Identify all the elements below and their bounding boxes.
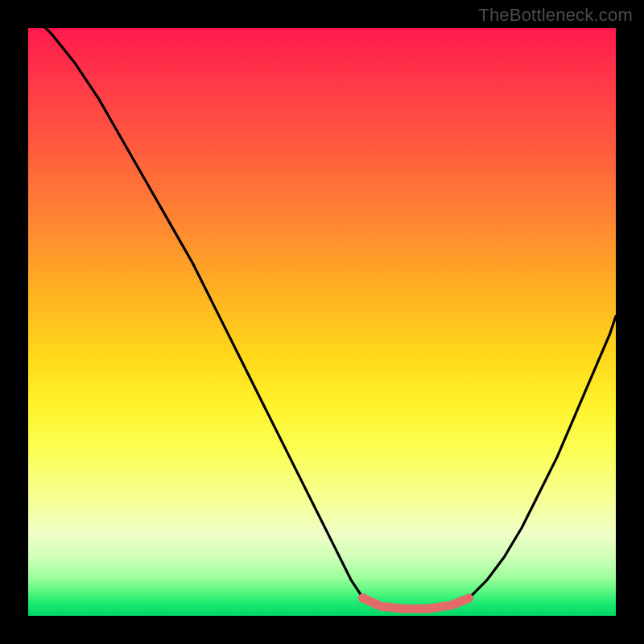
- plot-area: [28, 28, 616, 616]
- curve-svg: [28, 28, 616, 616]
- series-left-branch: [28, 28, 363, 598]
- chart-frame: TheBottleneck.com: [0, 0, 644, 644]
- series-right-branch: [469, 316, 617, 598]
- highlight-marker: [358, 593, 368, 603]
- watermark-text: TheBottleneck.com: [478, 5, 633, 26]
- series-highlight-bottom: [363, 598, 469, 609]
